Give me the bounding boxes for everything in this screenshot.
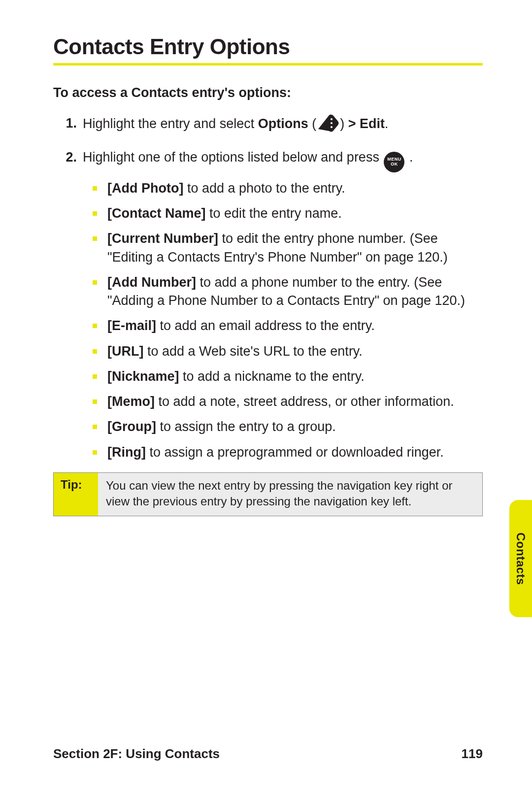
step-2-text-pre: Highlight one of the options listed belo…: [83, 150, 383, 165]
svg-point-0: [331, 118, 332, 120]
option-label: [Current Number]: [107, 231, 218, 246]
option-desc: to add a photo to the entry.: [183, 181, 345, 196]
option-current-number: [Current Number] to edit the entry phone…: [107, 230, 483, 266]
svg-point-2: [331, 126, 332, 128]
menu-ok-line2: OK: [384, 162, 404, 166]
option-add-photo: [Add Photo] to add a photo to the entry.: [107, 179, 483, 198]
option-label: [Group]: [107, 419, 156, 434]
option-nickname: [Nickname] to add a nickname to the entr…: [107, 367, 483, 386]
option-label: [Add Number]: [107, 275, 196, 290]
option-desc: to add a Web site's URL to the entry.: [143, 344, 362, 359]
page-title: Contacts Entry Options: [53, 34, 483, 59]
step-1-bold-options: Options: [258, 116, 308, 131]
option-label: [Contact Name]: [107, 206, 206, 221]
step-1: 1. Highlight the entry and select Option…: [83, 114, 483, 137]
option-label: [E-mail]: [107, 318, 156, 333]
step-1-paren-open: (: [308, 116, 317, 131]
option-contact-name: [Contact Name] to edit the entry name.: [107, 204, 483, 223]
softkey-options-icon: [317, 114, 339, 137]
option-label: [Nickname]: [107, 369, 179, 384]
option-label: [Ring]: [107, 445, 146, 460]
tip-label: Tip:: [54, 473, 98, 516]
step-2: 2. Highlight one of the options listed b…: [83, 148, 483, 462]
option-add-number: [Add Number] to add a phone number to th…: [107, 273, 483, 310]
option-url: [URL] to add a Web site's URL to the ent…: [107, 342, 483, 361]
option-desc: to add a nickname to the entry.: [179, 369, 365, 384]
step-2-period: .: [405, 150, 413, 165]
svg-point-1: [331, 122, 332, 124]
option-label: [URL]: [107, 344, 143, 359]
menu-ok-line1: MENU: [384, 152, 404, 162]
step-number: 1.: [53, 114, 77, 133]
option-ring: [Ring] to assign a preprogrammed or down…: [107, 443, 483, 462]
option-desc: to edit the entry name.: [206, 206, 342, 221]
option-email: [E-mail] to add an email address to the …: [107, 317, 483, 335]
page-footer: Section 2F: Using Contacts 119: [53, 746, 483, 762]
footer-page-number: 119: [462, 746, 483, 762]
option-desc: to add a note, street address, or other …: [155, 394, 454, 409]
option-desc: to assign a preprogrammed or downloaded …: [146, 445, 444, 460]
tip-box: Tip: You can view the next entry by pres…: [53, 472, 483, 516]
title-rule: [53, 63, 483, 66]
step-1-period: .: [385, 116, 389, 131]
side-tab-label: Contacts: [514, 532, 528, 585]
option-desc: to assign the entry to a group.: [156, 419, 336, 434]
section-side-tab: Contacts: [509, 500, 532, 617]
menu-ok-button-icon: MENUOK: [384, 152, 404, 172]
option-desc: to add an email address to the entry.: [156, 318, 375, 333]
tip-body: You can view the next entry by pressing …: [98, 473, 482, 516]
step-1-bold-edit: > Edit: [348, 116, 385, 131]
option-memo: [Memo] to add a note, street address, or…: [107, 393, 483, 411]
option-label: [Add Photo]: [107, 181, 183, 196]
step-1-paren-close: ): [340, 116, 348, 131]
option-group: [Group] to assign the entry to a group.: [107, 418, 483, 436]
option-label: [Memo]: [107, 394, 155, 409]
footer-section: Section 2F: Using Contacts: [53, 746, 220, 762]
step-number: 2.: [53, 148, 77, 167]
step-1-text-pre: Highlight the entry and select: [83, 116, 258, 131]
instruction-subhead: To access a Contacts entry's options:: [53, 85, 483, 100]
